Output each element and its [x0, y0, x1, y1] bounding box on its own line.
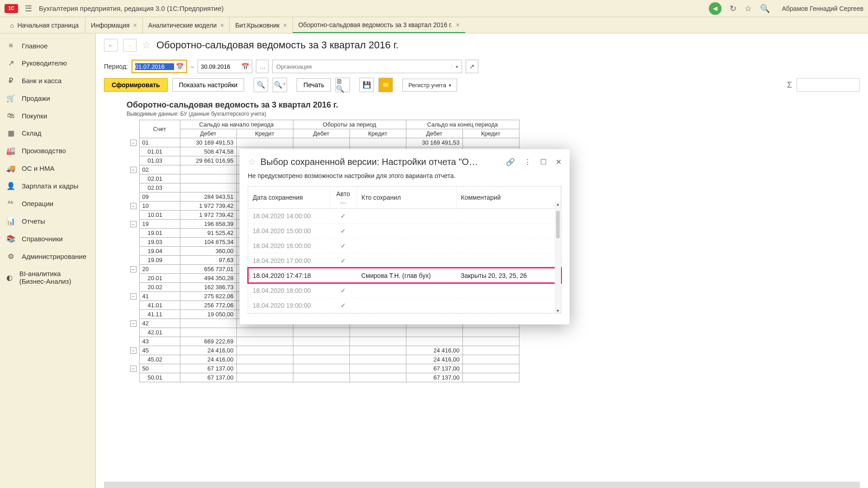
calendar-icon[interactable]: 📅 [176, 63, 184, 70]
collapse-icon[interactable]: − [130, 203, 137, 209]
sidebar-item[interactable]: 🛒Продажи [0, 89, 95, 107]
org-open-button[interactable]: ↗ [466, 60, 478, 73]
tab[interactable]: Оборотно-сальдовая ведомость за 3 кварта… [292, 17, 465, 33]
col-comment[interactable]: Комментарий [456, 187, 561, 209]
version-row[interactable]: 18.04.2020 16:00:00✓ [248, 238, 561, 253]
table-row[interactable]: 42.01 [127, 328, 519, 337]
star-icon[interactable]: ☆ [248, 156, 256, 167]
version-row[interactable]: 18.04.2020 14:00:00✓ [248, 208, 561, 223]
table-row[interactable]: −5067 137,0067 137,00 [127, 364, 519, 373]
close-icon[interactable]: × [283, 22, 287, 29]
col-auto[interactable]: Авто … [330, 187, 357, 209]
save-button[interactable]: 💾 [359, 78, 374, 92]
dropdown-icon[interactable]: ▾ [452, 64, 462, 69]
history-icon[interactable]: ↻ [730, 4, 736, 14]
date-to-field[interactable] [201, 63, 240, 70]
version-row[interactable]: 18.04.2020 19:00:00✓ [248, 298, 561, 313]
sidebar-item[interactable]: ≡Главное [0, 37, 95, 54]
table-row[interactable]: 50.0167 137,0067 137,00 [127, 373, 519, 382]
sidebar-item[interactable]: 📚Справочники [0, 230, 95, 248]
collapse-icon[interactable]: − [130, 167, 137, 173]
collapse-icon[interactable]: − [130, 140, 137, 146]
horizontal-scrollbar[interactable] [104, 482, 860, 488]
menu-icon[interactable]: ☰ [25, 4, 32, 14]
collapse-icon[interactable]: − [130, 320, 137, 327]
sidebar-item[interactable]: ⚙Администрирование [0, 248, 95, 265]
find-button[interactable]: 🔍 [254, 78, 268, 92]
date-from-field[interactable] [135, 63, 174, 70]
calendar-icon[interactable]: 📅 [241, 63, 249, 70]
cell-who: Смирова Т.Н. (глав бух) [357, 268, 456, 283]
scroll-down-icon[interactable]: ▼ [556, 309, 560, 313]
collapse-icon[interactable]: − [130, 347, 137, 354]
scroll-thumb[interactable] [556, 211, 560, 238]
collapse-icon[interactable]: − [130, 293, 137, 300]
cell-value [293, 337, 349, 346]
print-button[interactable]: Печать [297, 78, 331, 92]
tab-label: Информация [91, 22, 130, 29]
collapse-icon[interactable]: − [130, 366, 137, 372]
tab[interactable]: Информация× [85, 17, 142, 33]
version-row[interactable]: 18.04.2020 17:00:00✓ [248, 253, 561, 268]
close-icon[interactable]: ✕ [556, 158, 561, 166]
back-button[interactable]: ← [104, 39, 118, 52]
col-who[interactable]: Кто сохранил [357, 187, 456, 209]
preview-button[interactable]: 🗎🔍 [335, 78, 350, 92]
saved-version-dialog: ☆ Выбор сохраненной версии: Настройки от… [240, 149, 570, 324]
sidebar-item[interactable]: ₽Банк и касса [0, 72, 95, 89]
version-row[interactable]: 18.04.2020 18:00:00✓ [248, 283, 561, 298]
close-icon[interactable]: × [133, 22, 137, 29]
sidebar-item[interactable]: 🚚ОС и НМА [0, 160, 95, 177]
cell-value: 67 137,00 [180, 364, 236, 373]
sidebar-item-label: Продажи [22, 94, 50, 102]
favorite-icon[interactable]: ☆ [745, 4, 752, 14]
generate-button[interactable]: Сформировать [104, 78, 168, 92]
version-row[interactable]: 18.04.2020 17:47:18Смирова Т.Н. (глав бу… [248, 268, 561, 283]
scroll-up-icon[interactable]: ▲ [556, 202, 560, 206]
sidebar-item[interactable]: 👤Зарплата и кадры [0, 177, 95, 195]
result-search[interactable] [797, 78, 860, 92]
table-row[interactable]: 45.0224 416,0024 416,00 [127, 355, 519, 364]
date-from-input[interactable]: 📅 [132, 60, 187, 73]
sidebar-item[interactable]: ↗Руководителю [0, 54, 95, 72]
cell-who [357, 208, 456, 223]
sidebar-item[interactable]: 🛍Покупки [0, 107, 95, 124]
period-picker-button[interactable]: … [256, 60, 269, 73]
link-icon[interactable]: 🔗 [506, 158, 515, 166]
close-icon[interactable]: × [456, 21, 460, 28]
email-button[interactable]: ✉ [378, 78, 393, 92]
table-row[interactable]: −0130 169 491,5330 169 491,53 [127, 138, 519, 147]
collapse-icon[interactable]: − [130, 266, 137, 272]
col-date[interactable]: Дата сохранения [248, 187, 330, 209]
date-to-input[interactable]: 📅 [198, 60, 252, 73]
sidebar-item[interactable]: 📊Отчеты [0, 212, 95, 230]
organization-select[interactable]: ▾ [272, 60, 462, 73]
table-row[interactable]: 43669 222,69 [127, 337, 519, 346]
organization-input[interactable] [273, 63, 452, 70]
sum-icon[interactable]: Σ [787, 80, 792, 90]
refresh-find-button[interactable]: 🔍⁺ [273, 78, 287, 92]
notifications-icon[interactable]: ◀ [709, 2, 722, 15]
dialog-scrollbar[interactable]: ▲ ▼ [555, 202, 561, 313]
collapse-icon[interactable]: − [130, 221, 137, 227]
search-icon[interactable]: 🔍 [760, 4, 770, 14]
sidebar-item[interactable]: 🏭Производство [0, 142, 95, 160]
cell-value [349, 355, 406, 364]
close-icon[interactable]: × [220, 22, 224, 29]
tab[interactable]: Бит.Крыжовник× [229, 17, 292, 33]
tab[interactable]: Аналитические модели× [142, 17, 230, 33]
version-row[interactable]: 18.04.2020 15:00:00✓ [248, 223, 561, 238]
show-settings-button[interactable]: Показать настройки [172, 78, 245, 92]
forward-button[interactable]: → [123, 39, 137, 52]
register-button[interactable]: Регистр учета ▾ [402, 79, 457, 92]
sidebar-item[interactable]: ᴬᵏОперации [0, 195, 95, 212]
more-icon[interactable]: ⋮ [524, 158, 531, 166]
home-tab[interactable]: ⌂ Начальная страница [4, 17, 85, 33]
star-icon[interactable]: ☆ [142, 39, 151, 51]
sidebar-icon: 🛍 [6, 112, 15, 120]
user-name[interactable]: Абрамов Геннадий Сергеев [782, 5, 863, 12]
maximize-icon[interactable]: ☐ [540, 158, 547, 166]
table-row[interactable]: −4524 416,0024 416,00 [127, 346, 519, 355]
sidebar-item[interactable]: ◐BI-аналитика (Бизнес-Анализ) [0, 265, 95, 290]
sidebar-item[interactable]: ▦Склад [0, 124, 95, 142]
